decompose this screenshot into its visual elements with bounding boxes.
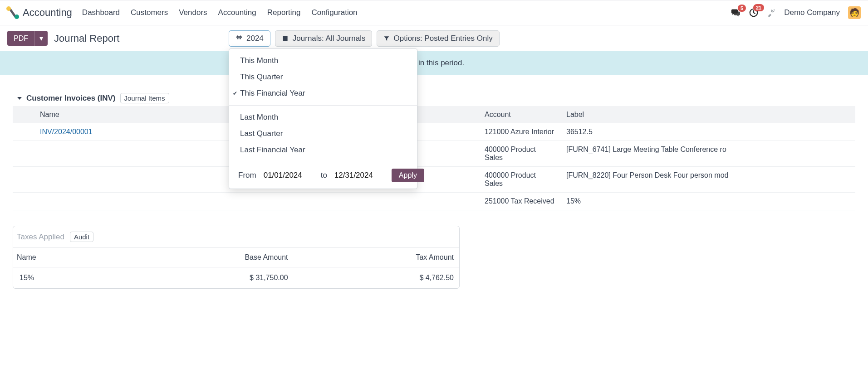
tax-cell-tax: $ 4,762.50: [294, 267, 459, 289]
top-navbar: Accounting Dashboard Customers Vendors A…: [0, 0, 868, 25]
table-row: INV/2024/00001121000 Azure Interior36512…: [13, 123, 855, 141]
filter-icon: [383, 35, 390, 42]
debug-button[interactable]: [767, 8, 776, 17]
app-brand[interactable]: Accounting: [7, 7, 72, 19]
menu-vendors[interactable]: Vendors: [179, 8, 207, 17]
book-icon: [282, 35, 289, 42]
report-table: Name Account Label INV/2024/00001121000 …: [13, 106, 855, 210]
tax-col-name: Name: [13, 248, 110, 267]
options-filter-label: Options: Posted Entries Only: [393, 34, 492, 43]
svg-rect-2: [236, 38, 242, 41]
page-title: Journal Report: [54, 33, 119, 44]
cell-label: 36512.5: [561, 123, 855, 141]
audit-tag[interactable]: Audit: [70, 232, 93, 242]
svg-rect-5: [237, 38, 238, 39]
cell-account: 400000 Product Sales: [479, 141, 561, 167]
table-row: 400000 Product Sales[FURN_8220] Four Per…: [13, 167, 855, 193]
period-filter[interactable]: 2024: [229, 30, 270, 47]
tax-row: 15%$ 31,750.00$ 4,762.50: [13, 267, 459, 289]
activities-badge: 21: [753, 4, 764, 11]
app-name: Accounting: [23, 7, 72, 19]
menu-dashboard[interactable]: Dashboard: [82, 8, 120, 17]
svg-rect-7: [240, 38, 241, 39]
col-account: Account: [479, 106, 561, 123]
section-title: Customer Invoices (INV): [26, 94, 116, 103]
cell-label: [FURN_8220] Four Person Desk Four person…: [561, 167, 855, 193]
messages-button[interactable]: 5: [731, 8, 740, 17]
table-header-row: Name Account Label: [13, 106, 855, 123]
period-custom-range: From to Apply: [229, 162, 417, 189]
menu-configuration[interactable]: Configuration: [311, 8, 357, 17]
to-label: to: [321, 171, 327, 180]
tax-cell-base: $ 31,750.00: [110, 267, 294, 289]
table-row: 400000 Product Sales[FURN_6741] Large Me…: [13, 141, 855, 167]
period-option-this-financial-year[interactable]: ✔This Financial Year: [229, 85, 417, 102]
journals-filter-label: Journals: All Journals: [293, 34, 366, 43]
messages-badge: 5: [738, 5, 746, 12]
date-to-input[interactable]: [334, 171, 384, 180]
tax-col-tax: Tax Amount: [294, 248, 459, 267]
app-logo-icon: [7, 7, 18, 18]
info-banner: in this period.: [0, 51, 868, 75]
period-option-this-month[interactable]: This Month: [229, 53, 417, 69]
col-label: Label: [561, 106, 855, 123]
report-content: Customer Invoices (INV) Journal Items Na…: [0, 75, 868, 307]
control-panel: PDF ▾ Journal Report 2024 This Month Thi…: [0, 25, 868, 51]
taxes-applied-box: Taxes Applied Audit Name Base Amount Tax…: [13, 226, 460, 289]
period-filter-label: 2024: [246, 34, 264, 43]
period-option-last-month[interactable]: Last Month: [229, 109, 417, 126]
caret-down-icon: [17, 97, 22, 100]
cell-name: [13, 193, 479, 210]
main-menu: Dashboard Customers Vendors Accounting R…: [82, 8, 358, 17]
svg-rect-3: [237, 35, 238, 37]
filter-bar: 2024 This Month This Quarter ✔This Finan…: [229, 30, 500, 47]
company-switcher[interactable]: Demo Company: [784, 8, 840, 17]
invoice-link[interactable]: INV/2024/00001: [40, 128, 93, 136]
pdf-button[interactable]: PDF: [7, 31, 34, 46]
period-option-last-financial-year[interactable]: Last Financial Year: [229, 142, 417, 158]
cell-account: 251000 Tax Received: [479, 193, 561, 210]
navbar-right: 5 21 Demo Company 🧑: [731, 6, 861, 19]
options-filter[interactable]: Options: Posted Entries Only: [377, 30, 499, 47]
period-option-last-quarter[interactable]: Last Quarter: [229, 126, 417, 142]
tools-icon: [767, 8, 776, 17]
section-header[interactable]: Customer Invoices (INV) Journal Items: [17, 93, 855, 103]
menu-reporting[interactable]: Reporting: [267, 8, 301, 17]
export-button-group: PDF ▾: [7, 31, 48, 46]
check-icon: ✔: [233, 90, 237, 97]
apply-button[interactable]: Apply: [392, 169, 424, 182]
table-row: 251000 Tax Received15%: [13, 193, 855, 210]
date-from-input[interactable]: [264, 171, 314, 180]
journals-filter[interactable]: Journals: All Journals: [275, 30, 373, 47]
cell-label: 15%: [561, 193, 855, 210]
activities-button[interactable]: 21: [749, 8, 759, 18]
menu-accounting[interactable]: Accounting: [218, 8, 256, 17]
menu-customers[interactable]: Customers: [131, 8, 168, 17]
cell-label: [FURN_6741] Large Meeting Table Conferen…: [561, 141, 855, 167]
svg-rect-6: [239, 38, 240, 39]
period-option-this-quarter[interactable]: This Quarter: [229, 69, 417, 85]
tax-cell-name: 15%: [13, 267, 110, 289]
pdf-dropdown-toggle[interactable]: ▾: [34, 31, 48, 46]
user-avatar[interactable]: 🧑: [848, 6, 861, 19]
taxes-applied-title: Taxes Applied: [17, 233, 64, 242]
svg-rect-4: [240, 35, 241, 37]
from-label: From: [238, 171, 256, 180]
calendar-icon: [235, 35, 243, 42]
period-dropdown: This Month This Quarter ✔This Financial …: [229, 48, 417, 189]
tax-col-base: Base Amount: [110, 248, 294, 267]
cell-account: 121000 Azure Interior: [479, 123, 561, 141]
journal-items-tag[interactable]: Journal Items: [120, 93, 169, 103]
cell-account: 400000 Product Sales: [479, 167, 561, 193]
